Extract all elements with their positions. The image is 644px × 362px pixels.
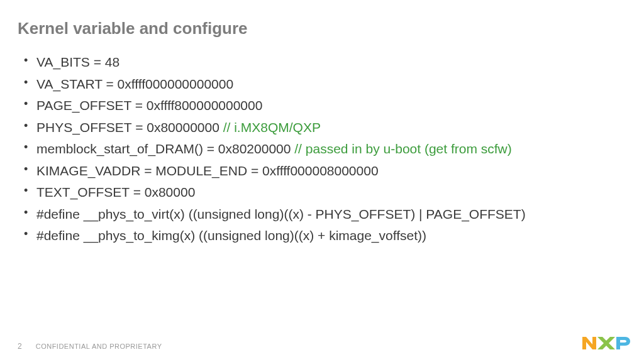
list-item: memblock_start_of_DRAM() = 0x80200000 //… (23, 139, 626, 160)
list-item: #define __phys_to_kimg(x) ((unsigned lon… (23, 226, 626, 246)
bullet-text: VA_START = 0xffff000000000000 (36, 77, 233, 91)
bullet-list: VA_BITS = 48 VA_START = 0xffff0000000000… (18, 52, 626, 246)
bullet-text: PAGE_OFFSET = 0xffff800000000000 (36, 98, 262, 112)
list-item: KIMAGE_VADDR = MODULE_END = 0xffff000008… (23, 161, 626, 182)
nxp-logo-icon (581, 332, 631, 354)
bullet-text: memblock_start_of_DRAM() = 0x80200000 (36, 141, 294, 156)
list-item: VA_START = 0xffff000000000000 (23, 74, 626, 95)
page-number: 2 (18, 342, 22, 351)
bullet-text: #define __phys_to_kimg(x) ((unsigned lon… (36, 228, 426, 243)
list-item: PHYS_OFFSET = 0x80000000 // i.MX8QM/QXP (23, 118, 626, 138)
footer: 2 CONFIDENTIAL AND PROPRIETARY (18, 342, 162, 351)
list-item: VA_BITS = 48 (23, 52, 626, 73)
bullet-text: TEXT_OFFSET = 0x80000 (36, 185, 195, 199)
bullet-text: VA_BITS = 48 (36, 55, 119, 69)
list-item: TEXT_OFFSET = 0x80000 (23, 182, 626, 203)
slide: Kernel variable and configure VA_BITS = … (0, 0, 644, 362)
bullet-text: KIMAGE_VADDR = MODULE_END = 0xffff000008… (36, 163, 379, 178)
confidential-label: CONFIDENTIAL AND PROPRIETARY (36, 343, 162, 350)
page-title: Kernel variable and configure (18, 19, 626, 38)
list-item: #define __phys_to_virt(x) ((unsigned lon… (23, 204, 626, 225)
bullet-comment: // i.MX8QM/QXP (223, 120, 321, 134)
bullet-text: PHYS_OFFSET = 0x80000000 (36, 120, 223, 134)
bullet-comment: // passed in by u-boot (get from scfw) (294, 141, 511, 156)
bullet-text: #define __phys_to_virt(x) ((unsigned lon… (36, 207, 526, 221)
list-item: PAGE_OFFSET = 0xffff800000000000 (23, 96, 626, 116)
